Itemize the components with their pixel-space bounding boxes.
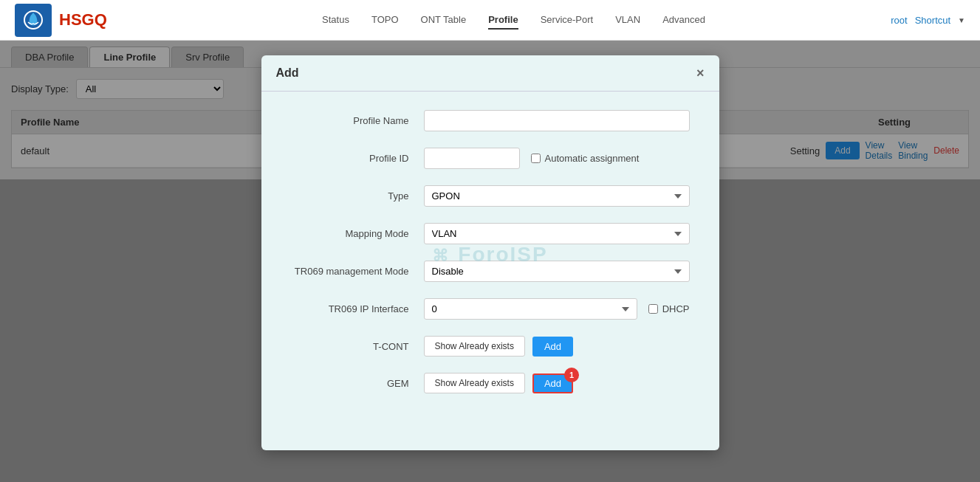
nav-shortcut[interactable]: Shortcut <box>915 15 950 26</box>
dhcp-label: DHCP <box>662 303 690 314</box>
type-label: Type <box>291 190 424 202</box>
profile-name-input[interactable] <box>424 110 690 131</box>
modal-overlay: ⌘ ForoISP Add × Profile Name Profile ID <box>0 41 980 482</box>
nav-topo[interactable]: TOPO <box>371 11 399 30</box>
gem-label: GEM <box>291 378 424 389</box>
gem-badge: 1 <box>564 368 579 382</box>
logo-icon <box>15 4 52 37</box>
logo-text: HSGQ <box>59 10 107 30</box>
automatic-assignment-checkbox[interactable] <box>531 154 541 163</box>
nav-vlan[interactable]: VLAN <box>615 11 640 30</box>
nav-status[interactable]: Status <box>322 11 349 30</box>
profile-id-label: Profile ID <box>291 153 424 164</box>
tr069-ip-select[interactable]: 0 <box>424 298 637 320</box>
automatic-assignment-label: Automatic assignment <box>545 153 640 164</box>
dhcp-checkbox[interactable] <box>648 304 658 314</box>
type-select[interactable]: GPON <box>424 185 690 207</box>
nav-service-port[interactable]: Service-Port <box>541 11 594 30</box>
modal-title: Add <box>276 66 299 80</box>
mapping-mode-label: Mapping Mode <box>291 228 424 239</box>
tr069-ip-label: TR069 IP Interface <box>291 303 424 314</box>
profile-id-group: Automatic assignment <box>424 148 690 169</box>
nav-dropdown-arrow-icon[interactable]: ▼ <box>958 16 965 24</box>
top-nav: HSGQ Status TOPO ONT Table Profile Servi… <box>0 0 980 41</box>
t-cont-group: Show Already exists Add <box>424 336 690 357</box>
gem-add-btn-wrapper: Add 1 <box>532 373 573 393</box>
t-cont-add-button[interactable]: Add <box>532 337 573 357</box>
automatic-assignment-group: Automatic assignment <box>531 153 640 164</box>
profile-id-row: Profile ID Automatic assignment <box>291 148 690 169</box>
t-cont-show-exists-button[interactable]: Show Already exists <box>424 336 525 357</box>
dhcp-group: DHCP <box>648 303 690 314</box>
tr069-ip-group: 0 DHCP <box>424 298 690 320</box>
modal-header: Add × <box>261 55 719 92</box>
mapping-mode-select[interactable]: VLAN <box>424 223 690 244</box>
tr069-mgmt-label: TR069 management Mode <box>291 266 424 277</box>
t-cont-row: T-CONT Show Already exists Add <box>291 336 690 357</box>
modal-close-button[interactable]: × <box>696 66 705 80</box>
nav-right: root Shortcut ▼ <box>891 15 965 26</box>
profile-name-row: Profile Name <box>291 110 690 131</box>
tr069-mgmt-select[interactable]: Disable <box>424 261 690 282</box>
profile-id-input[interactable] <box>424 148 520 169</box>
gem-group: Show Already exists Add 1 <box>424 373 690 393</box>
profile-name-label: Profile Name <box>291 115 424 126</box>
nav-user[interactable]: root <box>891 15 907 26</box>
gem-row: GEM Show Already exists Add 1 <box>291 373 690 393</box>
tr069-ip-row: TR069 IP Interface 0 DHCP <box>291 298 690 320</box>
nav-links: Status TOPO ONT Table Profile Service-Po… <box>137 11 891 30</box>
nav-profile[interactable]: Profile <box>488 11 518 30</box>
nav-advanced[interactable]: Advanced <box>662 11 705 30</box>
logo-area: HSGQ <box>15 4 107 37</box>
add-modal: ⌘ ForoISP Add × Profile Name Profile ID <box>261 55 719 450</box>
nav-ont-table[interactable]: ONT Table <box>421 11 467 30</box>
mapping-mode-row: Mapping Mode VLAN <box>291 223 690 244</box>
t-cont-label: T-CONT <box>291 341 424 352</box>
tr069-mgmt-row: TR069 management Mode Disable <box>291 261 690 282</box>
modal-body: Profile Name Profile ID Automatic assign… <box>261 92 719 428</box>
gem-show-exists-button[interactable]: Show Already exists <box>424 373 525 393</box>
main-content: DBA Profile Line Profile Srv Profile Dis… <box>0 41 980 482</box>
type-row: Type GPON <box>291 185 690 207</box>
